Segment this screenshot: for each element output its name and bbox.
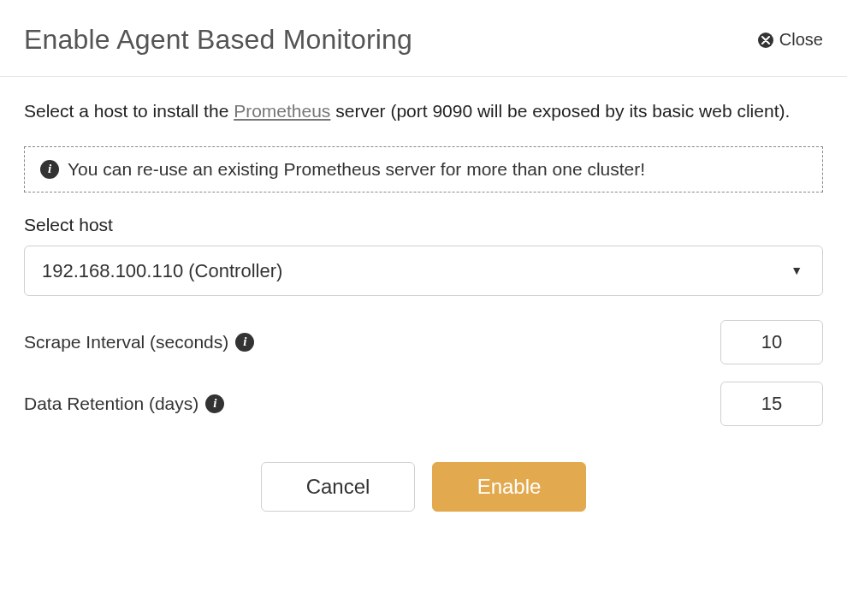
close-icon [758, 33, 773, 48]
action-buttons: Cancel Enable [24, 462, 823, 512]
info-text: You can re-use an existing Prometheus se… [68, 159, 645, 180]
info-icon: i [40, 160, 59, 179]
enable-button[interactable]: Enable [432, 462, 586, 512]
data-retention-field: Data Retention (days) i [24, 382, 823, 426]
instruction-post: server (port 9090 will be exposed by its… [330, 101, 790, 121]
data-retention-label: Data Retention (days) [24, 394, 198, 414]
modal-header: Enable Agent Based Monitoring Close [0, 0, 847, 77]
cancel-button[interactable]: Cancel [261, 462, 415, 512]
scrape-interval-label: Scrape Interval (seconds) [24, 332, 228, 352]
select-host-wrap: 192.168.100.110 (Controller) ▼ [24, 246, 823, 296]
instruction-pre: Select a host to install the [24, 101, 234, 121]
select-host-input[interactable]: 192.168.100.110 (Controller) [24, 246, 823, 296]
select-host-field: Select host 192.168.100.110 (Controller)… [24, 215, 823, 296]
close-button[interactable]: Close [758, 30, 823, 50]
info-icon[interactable]: i [235, 333, 254, 352]
data-retention-label-wrap: Data Retention (days) i [24, 394, 224, 414]
select-host-label: Select host [24, 215, 823, 235]
info-box: i You can re-use an existing Prometheus … [24, 146, 823, 192]
instruction-text: Select a host to install the Prometheus … [24, 98, 823, 126]
modal-enable-agent-monitoring: Enable Agent Based Monitoring Close Sele… [0, 0, 847, 539]
close-label: Close [779, 30, 823, 50]
data-retention-input[interactable] [720, 382, 823, 426]
modal-title: Enable Agent Based Monitoring [24, 24, 412, 56]
info-icon[interactable]: i [205, 394, 224, 413]
modal-body: Select a host to install the Prometheus … [0, 77, 847, 539]
scrape-interval-field: Scrape Interval (seconds) i [24, 320, 823, 364]
scrape-interval-input[interactable] [720, 320, 823, 364]
prometheus-link[interactable]: Prometheus [234, 101, 330, 121]
scrape-interval-label-wrap: Scrape Interval (seconds) i [24, 332, 254, 352]
